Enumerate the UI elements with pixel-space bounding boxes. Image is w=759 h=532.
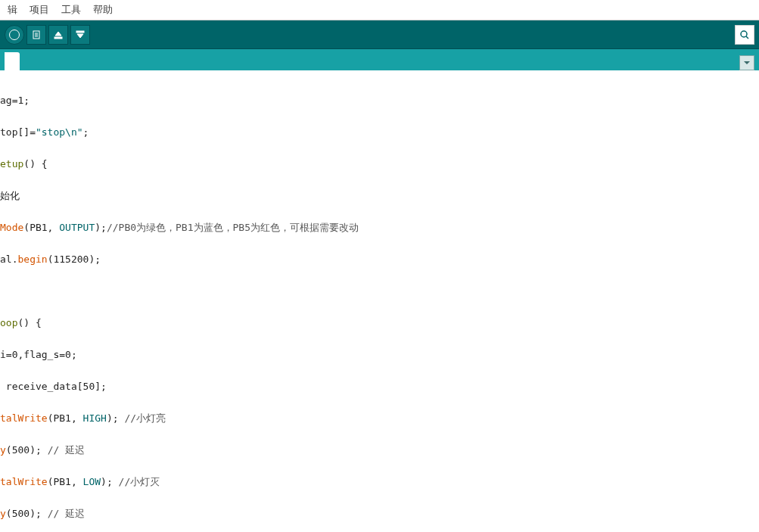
arrow-up-icon [53, 30, 64, 40]
svg-line-5 [746, 36, 748, 39]
verify-button[interactable] [5, 25, 24, 45]
open-button[interactable] [48, 25, 68, 45]
code-line: al.begin(115200); [0, 251, 759, 267]
code-line: Mode(PB1, OUTPUT);//PB0为绿色，PB1为蓝色，PB5为红色… [0, 219, 759, 235]
menu-project[interactable]: 项目 [25, 2, 54, 18]
check-icon [9, 30, 20, 40]
code-line: receive_data[50]; [0, 378, 759, 394]
code-line: y(500); // 延迟 [0, 506, 759, 521]
serial-monitor-button[interactable] [735, 25, 754, 45]
arrow-down-icon [75, 30, 86, 40]
menu-tools[interactable]: 工具 [57, 2, 86, 18]
menu-help[interactable]: 帮助 [89, 2, 117, 18]
tabbar [0, 49, 759, 70]
svg-rect-3 [76, 31, 84, 33]
search-icon [739, 30, 750, 40]
code-line: talWrite(PB1, HIGH); //小灯亮 [0, 410, 759, 426]
tab-menu-button[interactable] [739, 55, 754, 70]
menu-bian[interactable]: 辑 [3, 2, 22, 18]
code-line: oop() { [0, 315, 759, 331]
code-editor[interactable]: ag=1; top[]="stop\n"; etup() { 始化 Mode(P… [0, 70, 759, 532]
code-line: etup() { [0, 156, 759, 172]
new-button[interactable] [26, 25, 46, 45]
svg-rect-2 [54, 37, 62, 39]
code-line: ag=1; [0, 92, 759, 108]
code-line: talWrite(PB1, LOW); //小灯灭 [0, 474, 759, 490]
svg-point-0 [10, 30, 20, 39]
code-line: y(500); // 延迟 [0, 442, 759, 458]
chevron-down-icon [743, 59, 751, 67]
code-line: 始化 [0, 188, 759, 204]
menubar: 辑 项目 工具 帮助 [0, 0, 759, 20]
svg-point-4 [741, 31, 747, 37]
code-line [0, 283, 759, 299]
code-line: top[]="stop\n"; [0, 124, 759, 140]
document-icon [31, 30, 42, 40]
save-button[interactable] [70, 25, 90, 45]
sketch-tab[interactable] [5, 52, 20, 70]
toolbar [0, 20, 759, 49]
code-line: i=0,flag_s=0; [0, 347, 759, 362]
